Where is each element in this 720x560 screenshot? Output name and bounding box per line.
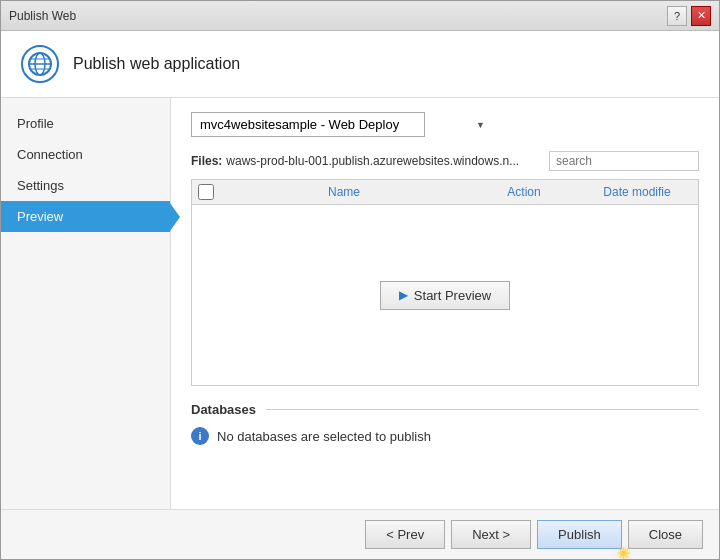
dialog-body: Profile Connection Settings Preview mvc4… <box>1 98 719 509</box>
databases-section: Databases i No databases are selected to… <box>191 402 699 445</box>
close-titlebar-button[interactable]: ✕ <box>691 6 711 26</box>
titlebar-left: Publish Web <box>9 9 76 23</box>
databases-label: Databases <box>191 402 699 417</box>
select-all-checkbox[interactable] <box>198 184 214 200</box>
sidebar-item-connection[interactable]: Connection <box>1 139 170 170</box>
table-header: Name Action Date modifie <box>192 180 698 205</box>
next-button[interactable]: Next > <box>451 520 531 549</box>
sidebar-item-settings[interactable]: Settings <box>1 170 170 201</box>
publish-web-dialog: Publish Web ? ✕ Publish web application … <box>0 0 720 560</box>
files-row: Files: waws-prod-blu-001.publish.azurewe… <box>191 151 699 171</box>
sidebar-item-preview[interactable]: Preview <box>1 201 170 232</box>
prev-button[interactable]: < Prev <box>365 520 445 549</box>
close-button[interactable]: Close <box>628 520 703 549</box>
titlebar: Publish Web ? ✕ <box>1 1 719 31</box>
sidebar-item-profile[interactable]: Profile <box>1 108 170 139</box>
main-content: mvc4websitesample - Web Deploy Files: wa… <box>171 98 719 509</box>
dialog-footer: < Prev Next > Publish ✳ Close <box>1 509 719 559</box>
dialog-header: Publish web application <box>1 31 719 98</box>
publish-button[interactable]: Publish <box>537 520 622 549</box>
sidebar: Profile Connection Settings Preview <box>1 98 171 509</box>
table-body: ▶ Start Preview <box>192 205 698 385</box>
files-search-input[interactable] <box>549 151 699 171</box>
col-action-header: Action <box>474 185 574 199</box>
profile-select[interactable]: mvc4websitesample - Web Deploy <box>191 112 425 137</box>
titlebar-title: Publish Web <box>9 9 76 23</box>
publish-button-wrapper: Publish ✳ <box>537 520 622 549</box>
start-preview-button[interactable]: ▶ Start Preview <box>380 281 510 310</box>
info-icon: i <box>191 427 209 445</box>
databases-info: i No databases are selected to publish <box>191 427 699 445</box>
help-button[interactable]: ? <box>667 6 687 26</box>
files-label: Files: <box>191 154 222 168</box>
start-preview-label: Start Preview <box>414 288 491 303</box>
preview-table-container: Name Action Date modifie ▶ Start Preview <box>191 179 699 386</box>
play-icon: ▶ <box>399 288 408 302</box>
files-path: waws-prod-blu-001.publish.azurewebsites.… <box>226 154 519 168</box>
col-date-header: Date modifie <box>582 185 692 199</box>
databases-info-text: No databases are selected to publish <box>217 429 431 444</box>
profile-row: mvc4websitesample - Web Deploy <box>191 112 699 137</box>
col-name-header: Name <box>222 185 466 199</box>
dialog-header-title: Publish web application <box>73 55 240 73</box>
globe-icon <box>21 45 59 83</box>
profile-select-wrapper: mvc4websitesample - Web Deploy <box>191 112 491 137</box>
titlebar-buttons: ? ✕ <box>667 6 711 26</box>
